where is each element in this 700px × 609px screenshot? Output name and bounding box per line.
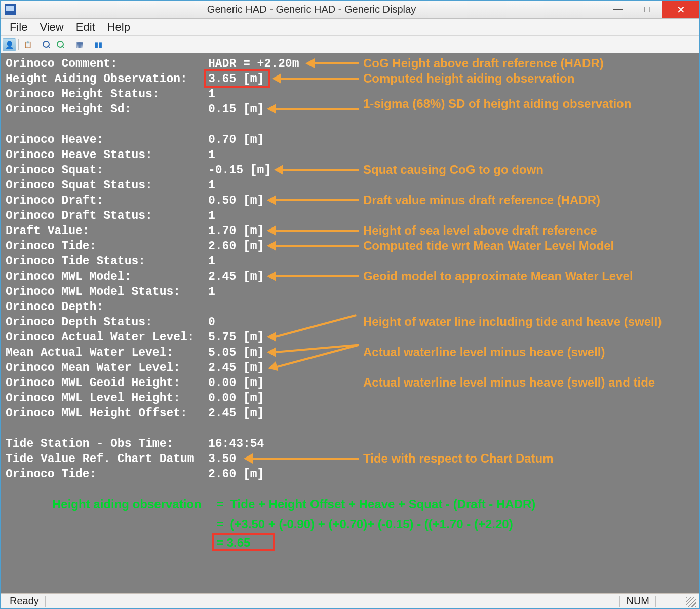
value: HADR = +2.20m xyxy=(208,56,299,71)
value: 2.45 [m] xyxy=(208,360,264,375)
toolbar-separator xyxy=(70,39,70,50)
row-draft-value: Draft Value:1.70 [m] xyxy=(6,223,264,239)
toolbar-user-icon[interactable]: 👤 xyxy=(3,38,16,51)
label: Draft Value: xyxy=(6,223,208,239)
label: Orinoco Tide: xyxy=(6,239,208,254)
row-mean-actual-water-level: Mean Actual Water Level:5.05 [m] xyxy=(6,345,264,360)
status-separator xyxy=(655,596,656,607)
label: Tide Station - Obs Time: xyxy=(6,436,208,451)
label: Orinoco Draft Status: xyxy=(6,208,208,223)
row-height-status: Orinoco Height Status:1 xyxy=(6,87,215,102)
menu-view[interactable]: View xyxy=(34,20,68,35)
row-tide-station-time: Tide Station - Obs Time:16:43:54 xyxy=(6,436,264,451)
formula-line1: = Tide + Height Offset + Heave + Squat -… xyxy=(216,497,535,511)
label: Orinoco Depth Status: xyxy=(6,315,208,330)
menu-edit[interactable]: Edit xyxy=(71,20,100,35)
value: 16:43:54 xyxy=(208,436,264,451)
row-actual-water-level: Orinoco Actual Water Level:5.75 [m] xyxy=(6,330,264,345)
toolbar-pause-icon[interactable]: ▮▮ xyxy=(92,38,105,51)
label: Orinoco Heave Status: xyxy=(6,147,208,163)
label: Orinoco MWL Geoid Height: xyxy=(6,375,208,391)
value: 1 xyxy=(208,208,215,223)
status-separator xyxy=(45,596,46,607)
label: Orinoco Depth: xyxy=(6,299,208,315)
label: Orinoco MWL Model: xyxy=(6,269,208,284)
row-tide: Orinoco Tide:2.60 [m] xyxy=(6,239,264,254)
value: 2.45 [m] xyxy=(208,406,264,421)
value: 1.70 [m] xyxy=(208,223,264,239)
zoom-out-icon[interactable] xyxy=(54,38,67,51)
minimize-button[interactable]: — xyxy=(603,1,633,18)
label: Mean Actual Water Level: xyxy=(6,345,208,360)
value: 1 xyxy=(208,87,215,102)
row-heave-status: Orinoco Heave Status:1 xyxy=(6,147,215,163)
label: Orinoco MWL Level Height: xyxy=(6,391,208,406)
status-ready: Ready xyxy=(4,595,45,607)
toolbar-separator xyxy=(37,39,37,50)
row-mean-water-level: Orinoco Mean Water Level:2.45 [m] xyxy=(6,360,264,375)
zoom-in-icon[interactable] xyxy=(40,38,53,51)
resize-grip-icon[interactable] xyxy=(686,597,696,607)
value: 2.45 [m] xyxy=(208,269,264,284)
annot-sea-level: Height of sea level above draft referenc… xyxy=(363,223,597,238)
row-mwl-level-height: Orinoco MWL Level Height:0.00 [m] xyxy=(6,391,264,406)
annot-waterline: Height of water line including tide and … xyxy=(363,315,687,329)
label: Orinoco Squat: xyxy=(6,163,208,178)
annot-tide: Computed tide wrt Mean Water Level Model xyxy=(363,239,687,253)
row-orinoco-comment: Orinoco Comment:HADR = +2.20m xyxy=(6,56,299,71)
label: Orinoco Tide: xyxy=(6,467,208,482)
row-draft-status: Orinoco Draft Status:1 xyxy=(6,208,215,223)
status-num: NUM xyxy=(620,595,655,607)
annot-squat: Squat causing CoG to go down xyxy=(363,163,543,177)
value: 1 xyxy=(208,284,215,299)
menu-help[interactable]: Help xyxy=(102,20,135,35)
label: Orinoco Tide Status: xyxy=(6,254,208,269)
label: Orinoco MWL Height Offset: xyxy=(6,406,208,421)
value: 3.65 [m] xyxy=(208,71,264,87)
formula-label: Height aiding observation xyxy=(52,497,202,511)
formula-line2: = (+3.50 + (-0.90) + (+0.70)+ (-0.15) - … xyxy=(216,517,513,531)
toolbar-separator xyxy=(18,39,19,50)
annot-actual-minus-heave: Actual waterline level minus heave (swel… xyxy=(363,345,687,359)
row-depth: Orinoco Depth: xyxy=(6,299,208,315)
menu-bar: File View Edit Help xyxy=(1,19,699,36)
value: 2.60 [m] xyxy=(208,239,264,254)
value: 0.00 [m] xyxy=(208,375,264,391)
annot-sd: 1-sigma (68%) SD of height aiding observ… xyxy=(363,97,687,111)
toolbar-grid-icon[interactable]: ▦ xyxy=(73,38,86,51)
window-controls: — □ ✕ xyxy=(603,1,699,18)
annot-draft: Draft value minus draft reference (HADR) xyxy=(363,193,600,207)
window-title: Generic HAD - Generic HAD - Generic Disp… xyxy=(20,4,603,15)
close-button[interactable]: ✕ xyxy=(662,1,699,18)
label: Orinoco Draft: xyxy=(6,193,208,208)
label: Tide Value Ref. Chart Datum xyxy=(6,451,208,467)
title-bar: Generic HAD - Generic HAD - Generic Disp… xyxy=(1,1,699,19)
value: 5.05 [m] xyxy=(208,345,264,360)
row-squat-status: Orinoco Squat Status:1 xyxy=(6,178,215,193)
annot-cog-height: CoG Height above draft reference (HADR) xyxy=(363,56,604,70)
label: Orinoco Heave: xyxy=(6,132,208,147)
row-squat: Orinoco Squat:-0.15 [m] xyxy=(6,163,271,178)
status-separator xyxy=(538,596,538,607)
generic-display: Orinoco Comment:HADR = +2.20m Height Aid… xyxy=(1,53,699,593)
label: Orinoco Mean Water Level: xyxy=(6,360,208,375)
toolbar-checklist-icon[interactable]: 📋 xyxy=(21,38,34,51)
menu-file[interactable]: File xyxy=(5,20,32,35)
value: 0.50 [m] xyxy=(208,193,264,208)
label: Orinoco Height Sd: xyxy=(6,102,208,117)
annot-computed-height: Computed height aiding observation xyxy=(363,71,574,86)
row-heave: Orinoco Heave:0.70 [m] xyxy=(6,132,264,147)
row-draft: Orinoco Draft:0.50 [m] xyxy=(6,193,264,208)
toolbar-separator xyxy=(89,39,89,50)
row-tide-status: Orinoco Tide Status:1 xyxy=(6,254,215,269)
row-depth-status: Orinoco Depth Status:0 xyxy=(6,315,215,330)
maximize-button[interactable]: □ xyxy=(633,1,662,18)
value: 2.60 [m] xyxy=(208,467,264,482)
row-tide-value-chart-datum: Tide Value Ref. Chart Datum3.50 xyxy=(6,451,236,467)
annot-chart-datum: Tide with respect to Chart Datum xyxy=(363,451,554,466)
label: Orinoco Squat Status: xyxy=(6,178,208,193)
label: Height Aiding Observation: xyxy=(6,71,208,87)
value: 0 xyxy=(208,315,215,330)
value: -0.15 [m] xyxy=(208,163,271,178)
label: Orinoco Comment: xyxy=(6,56,208,71)
